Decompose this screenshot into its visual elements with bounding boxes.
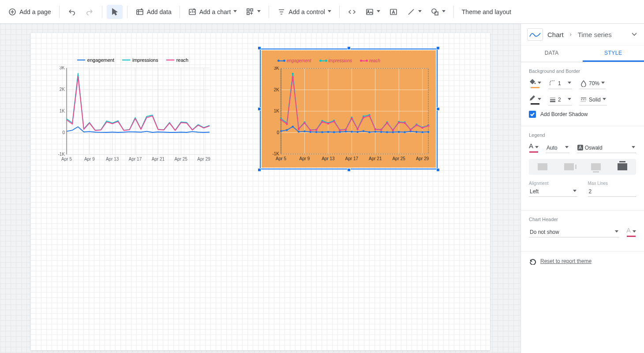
- svg-point-85: [416, 131, 417, 133]
- svg-text:Apr 29: Apr 29: [416, 156, 429, 161]
- svg-point-121: [321, 121, 323, 123]
- theme-layout-button[interactable]: Theme and layout: [458, 6, 515, 18]
- data-source-icon: [135, 8, 144, 16]
- svg-text:Apr 9: Apr 9: [84, 157, 95, 161]
- resize-handle[interactable]: [436, 168, 440, 172]
- legend-item: reach: [361, 58, 380, 63]
- redo-button[interactable]: [82, 5, 97, 19]
- breadcrumb-separator: ›: [570, 31, 572, 38]
- workspace: engagementimpressionsreach -1K01K2K3KApr…: [0, 24, 644, 353]
- report-page[interactable]: engagementimpressionsreach -1K01K2K3KApr…: [30, 33, 490, 350]
- svg-point-81: [392, 131, 394, 133]
- chevron-down-icon: [538, 82, 541, 85]
- legend-item: engagement: [77, 57, 114, 63]
- resize-handle[interactable]: [436, 46, 440, 50]
- chart-b-legend: engagementimpressionsreach: [268, 56, 431, 67]
- legend-item: engagement: [278, 58, 311, 63]
- resize-handle[interactable]: [258, 107, 261, 111]
- redo-icon: [85, 8, 94, 16]
- panel-header: Chart › Time series: [521, 24, 644, 45]
- chart-header-mode-dropdown[interactable]: Do not show: [529, 227, 619, 237]
- chart-a-legend: engagementimpressionsreach: [53, 56, 212, 66]
- undo-button[interactable]: [64, 5, 80, 19]
- resize-handle[interactable]: [347, 168, 351, 172]
- chevron-down-icon: [535, 146, 539, 150]
- svg-point-78: [374, 131, 376, 132]
- chart-header-color-button[interactable]: A: [626, 226, 636, 238]
- legend-pos-none[interactable]: [532, 161, 554, 172]
- add-control-button[interactable]: Add a control: [273, 5, 335, 19]
- border-radius-dropdown[interactable]: 1: [548, 78, 572, 89]
- svg-text:Apr 17: Apr 17: [345, 156, 359, 161]
- community-viz-button[interactable]: [242, 5, 264, 19]
- svg-text:1K: 1K: [274, 109, 280, 113]
- separator: [102, 6, 102, 18]
- legend-font-family-dropdown[interactable]: A Oswald: [577, 143, 636, 153]
- opacity-dropdown[interactable]: 70%: [579, 78, 606, 89]
- svg-text:-1K: -1K: [58, 152, 65, 157]
- line-icon: [407, 8, 416, 16]
- svg-point-66: [303, 130, 305, 132]
- border-shadow-checkbox[interactable]: Add Border Shadow: [529, 111, 636, 118]
- legend-item: reach: [166, 57, 189, 63]
- border-weight-dropdown[interactable]: 2: [548, 94, 572, 105]
- border-color-button[interactable]: [529, 94, 541, 105]
- svg-text:Apr 5: Apr 5: [276, 156, 286, 161]
- svg-point-123: [333, 120, 335, 122]
- resize-handle[interactable]: [258, 168, 261, 172]
- svg-text:3K: 3K: [60, 66, 65, 70]
- legend-pos-top[interactable]: [611, 161, 633, 172]
- collapse-panel-button[interactable]: [631, 30, 638, 39]
- add-chart-label: Add a chart: [199, 8, 231, 15]
- resize-handle[interactable]: [347, 46, 351, 50]
- chevron-down-icon: [568, 98, 571, 101]
- svg-point-126: [351, 117, 352, 119]
- image-button[interactable]: [362, 5, 384, 19]
- add-chart-button[interactable]: Add a chart: [184, 5, 241, 19]
- legend-font-size-dropdown[interactable]: Auto: [546, 143, 569, 153]
- tab-data[interactable]: DATA: [521, 45, 583, 62]
- svg-text:Apr 5: Apr 5: [61, 157, 72, 161]
- text-icon: [389, 8, 398, 16]
- svg-point-83: [404, 131, 405, 133]
- svg-point-136: [410, 129, 412, 131]
- chart-a-timeseries[interactable]: engagementimpressionsreach -1K01K2K3KApr…: [53, 56, 212, 166]
- shape-button[interactable]: [427, 5, 449, 19]
- checkbox-checked-icon: [529, 111, 536, 118]
- fill-icon: [529, 78, 536, 85]
- resize-handle[interactable]: [436, 107, 440, 111]
- svg-point-64: [292, 126, 294, 128]
- line-style-icon: [580, 96, 587, 103]
- select-tool-button[interactable]: [107, 5, 123, 19]
- canvas-area[interactable]: engagementimpressionsreach -1K01K2K3KApr…: [0, 24, 520, 353]
- legend-pos-bottom[interactable]: [585, 161, 607, 172]
- embed-button[interactable]: [344, 5, 360, 19]
- tab-style[interactable]: STYLE: [583, 45, 644, 62]
- chart-b-timeseries[interactable]: engagementimpressionsreach -1K01K2K3KApr…: [260, 49, 438, 169]
- legend-pos-right[interactable]: [558, 161, 580, 172]
- chart-type-icon[interactable]: [527, 28, 543, 41]
- reset-theme-button[interactable]: Reset to report theme: [529, 258, 636, 265]
- maxlines-label: Max Lines: [588, 181, 637, 186]
- shapes-icon: [431, 8, 439, 16]
- style-panel: Chart › Time series DATA STYLE Backgroun…: [520, 24, 644, 353]
- svg-point-132: [386, 122, 388, 124]
- text-a-icon: A: [529, 142, 533, 150]
- legend-font-color-button[interactable]: A: [529, 142, 539, 154]
- resize-handle[interactable]: [258, 46, 261, 50]
- background-color-button[interactable]: [529, 78, 541, 89]
- svg-point-119: [310, 129, 311, 131]
- legend-alignment-dropdown[interactable]: Left: [529, 187, 577, 197]
- border-style-dropdown[interactable]: Solid: [579, 94, 607, 105]
- svg-point-62: [280, 130, 282, 132]
- chevron-down-icon: [603, 98, 606, 101]
- svg-point-122: [327, 123, 329, 124]
- line-button[interactable]: [403, 5, 425, 19]
- add-page-button[interactable]: Add a page: [4, 5, 55, 19]
- legend-maxlines-input[interactable]: 2: [588, 187, 637, 197]
- add-data-button[interactable]: Add data: [132, 5, 175, 19]
- text-button[interactable]: [386, 5, 401, 19]
- separator: [59, 6, 60, 18]
- svg-rect-5: [247, 12, 249, 15]
- svg-point-79: [380, 131, 382, 133]
